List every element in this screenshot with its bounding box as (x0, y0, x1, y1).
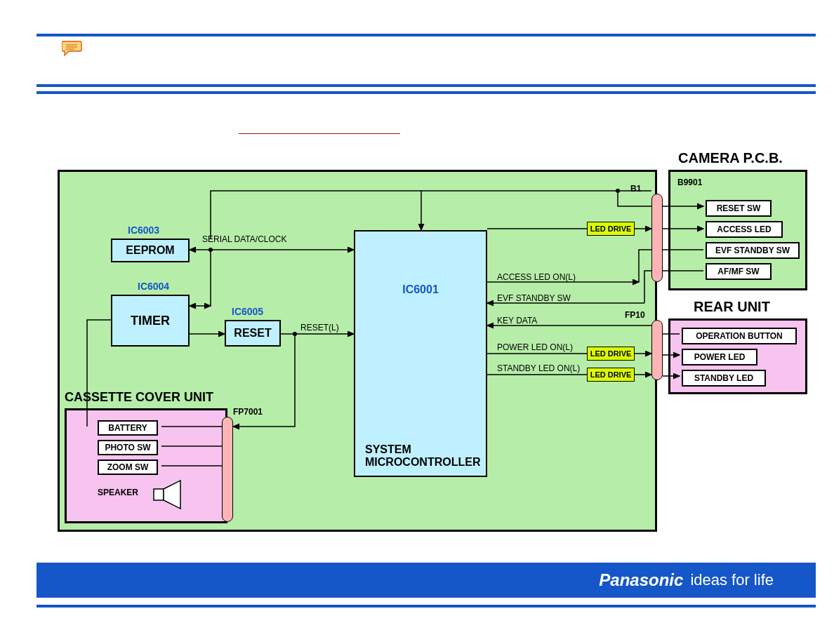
title-underline (239, 133, 400, 134)
operation-button-box: OPERATION BUTTON (682, 328, 797, 344)
rule-top-1 (37, 34, 816, 36)
svg-rect-3 (154, 489, 164, 500)
evf-standby-signal-label: EVF STANDBY SW (497, 293, 571, 303)
battery-box: BATTERY (98, 420, 158, 436)
rear-unit-title: REAR UNIT (694, 299, 770, 315)
connector-fp7001 (222, 417, 233, 522)
fp7001-label: FP7001 (233, 407, 263, 417)
standby-led-signal-label: STANDBY LED ON(L) (497, 363, 580, 373)
rule-top-2 (37, 84, 816, 87)
connector-b (651, 194, 663, 282)
connector-fp10 (651, 320, 663, 380)
camera-pcb-region: B9901 RESET SW ACCESS LED EVF STANDBY SW… (668, 170, 807, 290)
rule-bottom (37, 605, 816, 608)
camera-pcb-title: CAMERA P.C.B. (678, 150, 783, 166)
cassette-region: BATTERY PHOTO SW ZOOM SW SPEAKER (65, 408, 227, 523)
power-led-box: POWER LED (682, 349, 757, 365)
system-microcontroller-box: IC6001 SYSTEM MICROCONTROLLER (354, 230, 487, 477)
access-led-signal-label: ACCESS LED ON(L) (497, 272, 576, 282)
zoom-sw-box: ZOOM SW (98, 459, 158, 475)
ic6001-name2: MICROCONTROLLER (365, 456, 480, 469)
led-drive-box-1: LED DRIVE (587, 222, 635, 236)
b9901-label: B9901 (677, 177, 702, 187)
reset-sw-box: RESET SW (706, 200, 772, 217)
key-data-signal-label: KEY DATA (497, 316, 537, 326)
led-drive-box-3: LED DRIVE (587, 368, 635, 382)
brand-text: Panasonic (599, 570, 683, 590)
ic6004-label: IC6004 (138, 281, 169, 292)
access-led-box: ACCESS LED (706, 221, 783, 238)
fp10-label: FP10 (625, 310, 645, 320)
ic6003-label: IC6003 (128, 224, 159, 236)
speaker-label: SPEAKER (98, 488, 138, 497)
diagram-canvas: manualshive.com CAMERA P.C.B. B9901 RESE… (0, 0, 834, 644)
ic6001-label: IC6001 (402, 283, 439, 296)
ic6005-label: IC6005 (232, 306, 263, 317)
photo-sw-box: PHOTO SW (98, 440, 158, 455)
standby-led-box: STANDBY LED (682, 370, 766, 387)
serial-data-label: SERIAL DATA/CLOCK (202, 234, 286, 244)
led-drive-box-2: LED DRIVE (587, 347, 635, 361)
reset-box: RESET (225, 320, 281, 347)
power-led-signal-label: POWER LED ON(L) (497, 342, 573, 352)
speaker-icon (151, 479, 186, 510)
reset-signal-label: RESET(L) (300, 323, 339, 333)
b1-label: B1 (630, 184, 641, 194)
rear-unit-region: OPERATION BUTTON POWER LED STANDBY LED (668, 318, 807, 394)
comment-icon[interactable] (62, 40, 83, 60)
evf-standby-sw-box: EVF STANDBY SW (706, 242, 800, 259)
cassette-title: CASSETTE COVER UNIT (65, 390, 213, 405)
footer-bar: Panasonic ideas for life (37, 563, 816, 598)
svg-marker-4 (164, 481, 180, 509)
ic6001-name1: SYSTEM (365, 443, 411, 456)
timer-box: TIMER (111, 295, 190, 347)
eeprom-box: EEPROM (111, 239, 190, 262)
afmf-sw-box: AF/MF SW (706, 263, 772, 280)
rule-top-3 (37, 91, 816, 94)
tagline-text: ideas for life (690, 571, 774, 589)
